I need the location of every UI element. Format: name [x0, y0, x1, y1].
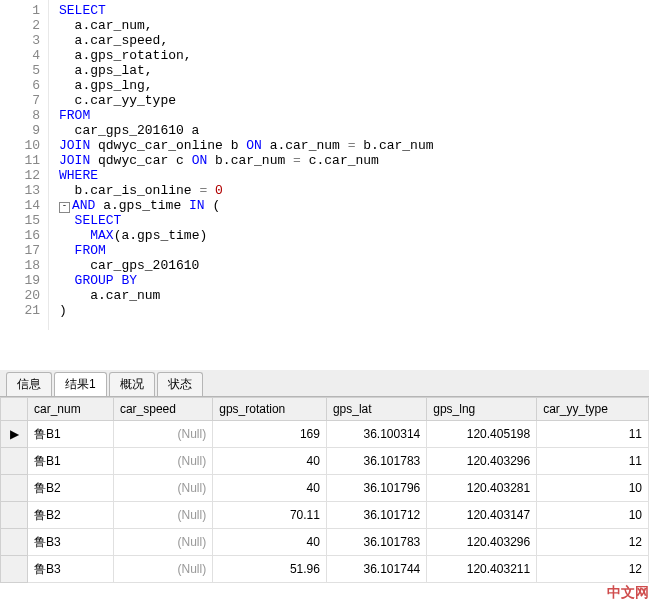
cell-gps_lat[interactable]: 36.100314	[326, 421, 426, 448]
column-header-car_speed[interactable]: car_speed	[113, 398, 212, 421]
cell-car_yy_type[interactable]: 12	[537, 556, 649, 583]
cell-gps_lat[interactable]: 36.101712	[326, 502, 426, 529]
line-number: 2	[0, 18, 40, 33]
code-line[interactable]: b.car_is_online = 0	[59, 183, 649, 198]
line-number-gutter: 123456789101112131415161718192021	[0, 0, 49, 330]
line-number: 10	[0, 138, 40, 153]
table-row[interactable]: 鲁B3(Null)4036.101783120.40329612	[1, 529, 649, 556]
line-number: 18	[0, 258, 40, 273]
fold-icon[interactable]: -	[59, 202, 70, 213]
cell-gps_rotation[interactable]: 51.96	[213, 556, 327, 583]
cell-gps_lng[interactable]: 120.403296	[427, 448, 537, 475]
cell-gps_lng[interactable]: 120.405198	[427, 421, 537, 448]
row-marker	[1, 475, 28, 502]
table-row[interactable]: 鲁B2(Null)4036.101796120.40328110	[1, 475, 649, 502]
cell-gps_lng[interactable]: 120.403147	[427, 502, 537, 529]
cell-car_num[interactable]: 鲁B2	[28, 475, 114, 502]
cell-car_num[interactable]: 鲁B1	[28, 421, 114, 448]
code-line[interactable]: -AND a.gps_time IN (	[59, 198, 649, 213]
column-header-gps_rotation[interactable]: gps_rotation	[213, 398, 327, 421]
table-row[interactable]: 鲁B3(Null)51.9636.101744120.40321112	[1, 556, 649, 583]
row-marker	[1, 502, 28, 529]
code-line[interactable]: JOIN qdwyc_car c ON b.car_num = c.car_nu…	[59, 153, 649, 168]
table-row[interactable]: 鲁B1(Null)4036.101783120.40329611	[1, 448, 649, 475]
cell-gps_lng[interactable]: 120.403211	[427, 556, 537, 583]
column-header-gps_lat[interactable]: gps_lat	[326, 398, 426, 421]
cell-car_num[interactable]: 鲁B3	[28, 556, 114, 583]
cell-gps_lat[interactable]: 36.101783	[326, 529, 426, 556]
tab-概况[interactable]: 概况	[109, 372, 155, 396]
row-marker: ▶	[1, 421, 28, 448]
line-number: 11	[0, 153, 40, 168]
line-number: 13	[0, 183, 40, 198]
cell-car_yy_type[interactable]: 11	[537, 448, 649, 475]
column-header-car_num[interactable]: car_num	[28, 398, 114, 421]
cell-car_yy_type[interactable]: 11	[537, 421, 649, 448]
code-line[interactable]: )	[59, 303, 649, 318]
result-grid[interactable]: car_numcar_speedgps_rotationgps_latgps_l…	[0, 397, 649, 583]
cell-car_speed[interactable]: (Null)	[113, 475, 212, 502]
line-number: 20	[0, 288, 40, 303]
line-number: 1	[0, 3, 40, 18]
cell-gps_lat[interactable]: 36.101744	[326, 556, 426, 583]
column-header-car_yy_type[interactable]: car_yy_type	[537, 398, 649, 421]
line-number: 21	[0, 303, 40, 318]
tab-信息[interactable]: 信息	[6, 372, 52, 396]
code-line[interactable]: GROUP BY	[59, 273, 649, 288]
tab-结果1[interactable]: 结果1	[54, 372, 107, 396]
cell-gps_rotation[interactable]: 169	[213, 421, 327, 448]
cell-car_num[interactable]: 鲁B2	[28, 502, 114, 529]
grid-corner	[1, 398, 28, 421]
code-line[interactable]: FROM	[59, 108, 649, 123]
cell-car_speed[interactable]: (Null)	[113, 421, 212, 448]
cell-car_yy_type[interactable]: 12	[537, 529, 649, 556]
line-number: 4	[0, 48, 40, 63]
cell-car_num[interactable]: 鲁B1	[28, 448, 114, 475]
cell-gps_rotation[interactable]: 70.11	[213, 502, 327, 529]
line-number: 9	[0, 123, 40, 138]
cell-gps_lat[interactable]: 36.101796	[326, 475, 426, 502]
code-line[interactable]: SELECT	[59, 213, 649, 228]
cell-gps_lat[interactable]: 36.101783	[326, 448, 426, 475]
cell-gps_rotation[interactable]: 40	[213, 529, 327, 556]
code-line[interactable]: WHERE	[59, 168, 649, 183]
cell-car_speed[interactable]: (Null)	[113, 556, 212, 583]
cell-gps_rotation[interactable]: 40	[213, 475, 327, 502]
cell-gps_lng[interactable]: 120.403281	[427, 475, 537, 502]
row-marker	[1, 448, 28, 475]
sql-editor[interactable]: 123456789101112131415161718192021 SELECT…	[0, 0, 649, 330]
code-line[interactable]: a.gps_lat,	[59, 63, 649, 78]
code-line[interactable]: car_gps_201610	[59, 258, 649, 273]
line-number: 12	[0, 168, 40, 183]
code-line[interactable]: car_gps_201610 a	[59, 123, 649, 138]
code-line[interactable]: MAX(a.gps_time)	[59, 228, 649, 243]
line-number: 3	[0, 33, 40, 48]
tab-状态[interactable]: 状态	[157, 372, 203, 396]
grid-body: ▶鲁B1(Null)16936.100314120.40519811鲁B1(Nu…	[1, 421, 649, 583]
code-line[interactable]: SELECT	[59, 3, 649, 18]
cell-car_speed[interactable]: (Null)	[113, 502, 212, 529]
cell-car_num[interactable]: 鲁B3	[28, 529, 114, 556]
cell-gps_lng[interactable]: 120.403296	[427, 529, 537, 556]
table-row[interactable]: ▶鲁B1(Null)16936.100314120.40519811	[1, 421, 649, 448]
cell-car_yy_type[interactable]: 10	[537, 475, 649, 502]
cell-car_speed[interactable]: (Null)	[113, 448, 212, 475]
column-header-gps_lng[interactable]: gps_lng	[427, 398, 537, 421]
code-line[interactable]: a.gps_rotation,	[59, 48, 649, 63]
row-marker	[1, 556, 28, 583]
line-number: 16	[0, 228, 40, 243]
code-line[interactable]: JOIN qdwyc_car_online b ON a.car_num = b…	[59, 138, 649, 153]
code-line[interactable]: a.car_num	[59, 288, 649, 303]
code-line[interactable]: a.gps_lng,	[59, 78, 649, 93]
table-row[interactable]: 鲁B2(Null)70.1136.101712120.40314710	[1, 502, 649, 529]
code-line[interactable]: c.car_yy_type	[59, 93, 649, 108]
line-number: 7	[0, 93, 40, 108]
code-line[interactable]: a.car_speed,	[59, 33, 649, 48]
cell-car_yy_type[interactable]: 10	[537, 502, 649, 529]
line-number: 6	[0, 78, 40, 93]
code-content[interactable]: SELECT a.car_num, a.car_speed, a.gps_rot…	[49, 0, 649, 330]
code-line[interactable]: a.car_num,	[59, 18, 649, 33]
cell-car_speed[interactable]: (Null)	[113, 529, 212, 556]
cell-gps_rotation[interactable]: 40	[213, 448, 327, 475]
code-line[interactable]: FROM	[59, 243, 649, 258]
